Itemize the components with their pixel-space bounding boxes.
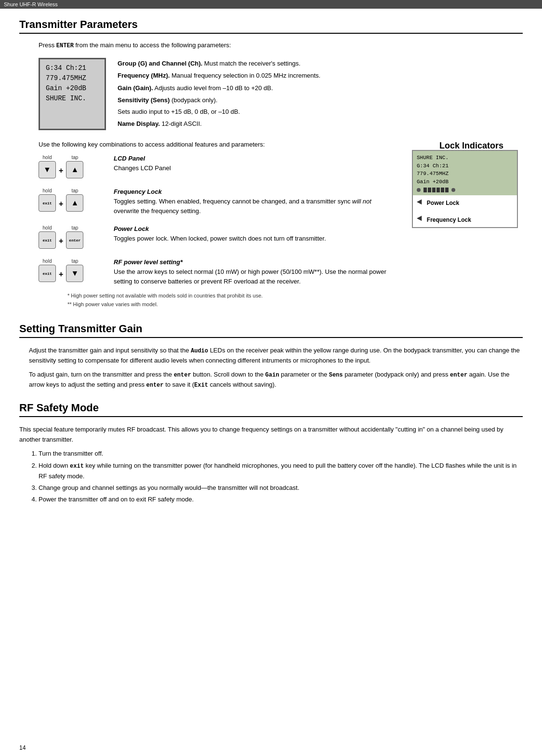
key-combos-intro: Use the following key combinations to ac… <box>39 141 265 148</box>
key-buttons-lcd: hold ▼ + tap ▲ <box>39 155 106 178</box>
hold-label-power: hold <box>43 225 52 230</box>
page-content: Transmitter Parameters Press ENTER from … <box>0 9 542 529</box>
lock-indicator-panel-container: SHURE INC. G:34 Ch:21 779.475MHZ Gain +2… <box>412 150 523 309</box>
lock-lcd-line2: G:34 Ch:21 <box>417 162 513 170</box>
btn-down-arrow-lcd[interactable]: ▼ <box>39 161 56 178</box>
desc-title-freq: Frequency Lock <box>114 188 393 195</box>
tap-label-rf: tap <box>71 258 78 264</box>
lock-indicator-panel: SHURE INC. G:34 Ch:21 779.475MHZ Gain +2… <box>412 150 518 228</box>
plus-sign-freq: + <box>59 200 63 208</box>
key-group-hold-power: hold exit <box>39 225 56 249</box>
lock-bar-6 <box>445 188 449 192</box>
tap-label-power: tap <box>71 225 78 230</box>
rf-safety-step-3: Change group and channel settings as you… <box>39 483 523 493</box>
btn-enter-power[interactable]: enter <box>66 231 83 249</box>
lock-lcd-line1: SHURE INC. <box>417 154 513 162</box>
tap-label-lcd: tap <box>71 155 78 160</box>
hold-label-freq: hold <box>43 188 52 193</box>
footnote1: * High power setting not available with … <box>67 292 393 300</box>
freq-lock-arrow: ◄ <box>413 214 422 223</box>
btn-down-arrow-rf[interactable]: ▼ <box>66 265 83 282</box>
tap-label-freq: tap <box>71 188 78 193</box>
desc-body-lcd: Changes LCD Panel <box>114 163 393 173</box>
lcd-line3: Gain +20dB <box>46 83 99 94</box>
transmitter-params-title: Transmitter Parameters <box>19 18 523 31</box>
key-group-hold-freq: hold exit <box>39 188 56 212</box>
page-number: 14 <box>19 744 26 751</box>
key-group-tap-power: tap enter <box>66 225 83 249</box>
param-frequency: Frequency (MHz). Manual frequency select… <box>118 70 320 81</box>
lock-indicators-title: Lock Indicators <box>439 141 503 150</box>
param-sensitivity: Sensitivity (Sens) (bodypack only).Sets … <box>118 94 320 117</box>
btn-exit-rf[interactable]: exit <box>39 265 56 282</box>
title-bar: Shure UHF-R Wireless <box>0 0 542 9</box>
desc-title-rf: RF power level setting* <box>114 258 393 266</box>
btn-up-arrow-freq[interactable]: ▲ <box>66 194 83 212</box>
rf-safety-step-1: Turn the transmitter off. <box>39 448 523 459</box>
lock-lcd-line4: Gain +20dB <box>417 178 513 186</box>
plus-sign-lcd: + <box>59 166 63 175</box>
lock-bar-1 <box>423 188 427 192</box>
setting-gain-title: Setting Transmitter Gain <box>19 323 523 335</box>
rf-safety-title: RF Safety Mode <box>19 402 523 414</box>
lock-lcd-line3: 779.475MHZ <box>417 170 513 178</box>
plus-sign-power: + <box>59 237 63 245</box>
footnote2: ** High power value varies with model. <box>67 300 393 309</box>
title-bar-label: Shure UHF-R Wireless <box>4 1 58 7</box>
param-name-display: Name Display. 12-digit ASCII. <box>118 118 320 129</box>
key-group-hold-rf: hold exit <box>39 258 56 282</box>
param-group-channel: Group (G) and Channel (Ch). Must match t… <box>118 58 320 69</box>
key-combo-desc-freq: Frequency Lock Toggles setting. When ena… <box>114 188 393 216</box>
lcd-line1: G:34 Ch:21 <box>46 63 99 73</box>
rf-safety-step-2: Hold down exit key while turning on the … <box>39 460 523 482</box>
power-lock-row: ◄ Power Lock <box>413 195 517 207</box>
key-combo-desc-power: Power Lock Toggles power lock. When lock… <box>114 225 393 243</box>
key-combo-desc-lcd: LCD Panel Changes LCD Panel <box>114 155 393 173</box>
key-group-tap-lcd: tap ▲ <box>66 155 83 178</box>
key-combo-power-lock: hold exit + tap enter Power Lock Toggle <box>39 225 393 249</box>
btn-up-arrow-lcd[interactable]: ▲ <box>66 161 83 178</box>
params-block: G:34 Ch:21 779.475MHZ Gain +20dB SHURE I… <box>39 58 523 130</box>
desc-body-rf: Use the arrow keys to select normal (10 … <box>114 267 393 286</box>
rf-safety-step-4: Power the transmitter off and on to exit… <box>39 494 523 505</box>
hold-label-lcd: hold <box>43 155 52 160</box>
lock-indicators-row <box>417 188 513 192</box>
plus-sign-rf: + <box>59 270 63 279</box>
btn-exit-freq[interactable]: exit <box>39 194 56 212</box>
btn-exit-power[interactable]: exit <box>39 231 56 249</box>
section-divider-1 <box>19 33 523 34</box>
lock-dot-right <box>451 188 455 192</box>
setting-gain-para1: Adjust the transmitter gain and input se… <box>29 346 523 366</box>
key-buttons-freq: hold exit + tap ▲ <box>39 188 106 212</box>
desc-body-power: Toggles power lock. When locked, power s… <box>114 234 393 243</box>
key-combos-list: hold ▼ + tap ▲ LCD Panel Changes LCD P <box>39 155 393 309</box>
lcd-line4: SHURE INC. <box>46 94 99 104</box>
freq-lock-label: Frequency Lock <box>422 212 476 225</box>
key-combo-rf-power: hold exit + tap ▼ RF power level setting… <box>39 258 393 286</box>
lock-bar-4 <box>436 188 440 192</box>
section-divider-3 <box>19 416 523 417</box>
lock-bar-5 <box>441 188 444 192</box>
key-rows: hold ▼ + tap ▲ LCD Panel Changes LCD P <box>39 155 523 309</box>
hold-label-rf: hold <box>43 258 52 264</box>
setting-gain-para2: To adjust gain, turn on the transmitter … <box>29 370 523 390</box>
lock-bar-3 <box>432 188 436 192</box>
lcd-display: G:34 Ch:21 779.475MHZ Gain +20dB SHURE I… <box>39 58 106 130</box>
power-lock-arrow: ◄ <box>413 197 422 207</box>
key-combos-section: Use the following key combinations to ac… <box>39 141 523 309</box>
lock-indicators-title-container: Lock Indicators <box>439 141 523 151</box>
key-buttons-power: hold exit + tap enter <box>39 225 106 249</box>
power-lock-label: Power Lock <box>422 198 464 206</box>
setting-gain-section: Setting Transmitter Gain Adjust the tran… <box>19 323 523 390</box>
key-group-tap-rf: tap ▼ <box>66 258 83 282</box>
transmitter-params-section: Transmitter Parameters Press ENTER from … <box>19 18 523 309</box>
lock-bar-group <box>423 188 449 192</box>
lock-dot-left <box>417 188 421 192</box>
key-combo-desc-rf: RF power level setting* Use the arrow ke… <box>114 258 393 286</box>
key-group-hold-lcd: hold ▼ <box>39 155 56 178</box>
rf-safety-para1: This special feature temporarily mutes R… <box>19 425 523 445</box>
key-combo-lcd-panel: hold ▼ + tap ▲ LCD Panel Changes LCD P <box>39 155 393 178</box>
lcd-line2: 779.475MHZ <box>46 73 99 83</box>
params-text-list: Group (G) and Channel (Ch). Must match t… <box>118 58 320 130</box>
desc-body-freq: Toggles setting. When enabled, frequency… <box>114 197 393 216</box>
